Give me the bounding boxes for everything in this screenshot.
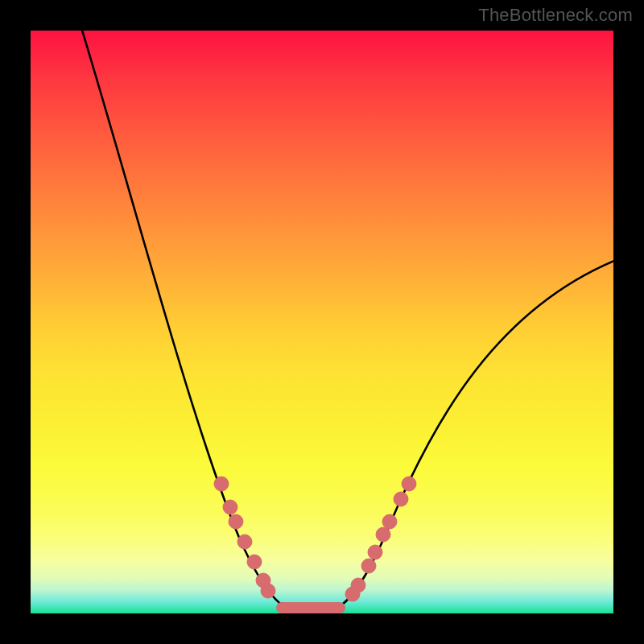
data-dot	[361, 559, 376, 573]
right-dot-cluster	[345, 477, 416, 601]
data-dot	[376, 527, 390, 542]
data-dot	[223, 500, 237, 514]
source-watermark: TheBottleneck.com	[478, 5, 633, 26]
curve-layer	[31, 31, 613, 613]
data-dot	[351, 578, 365, 592]
data-dot	[382, 514, 397, 529]
data-dot	[247, 555, 262, 569]
bottleneck-curve	[77, 31, 613, 611]
data-dot	[394, 492, 408, 506]
plot-area	[31, 31, 613, 613]
data-dot	[261, 584, 275, 598]
chart-frame: TheBottleneck.com	[0, 0, 644, 644]
data-dot	[214, 477, 229, 491]
data-dot	[229, 514, 243, 529]
data-dot	[368, 545, 382, 559]
data-dot	[237, 535, 252, 549]
data-dot	[402, 477, 416, 491]
